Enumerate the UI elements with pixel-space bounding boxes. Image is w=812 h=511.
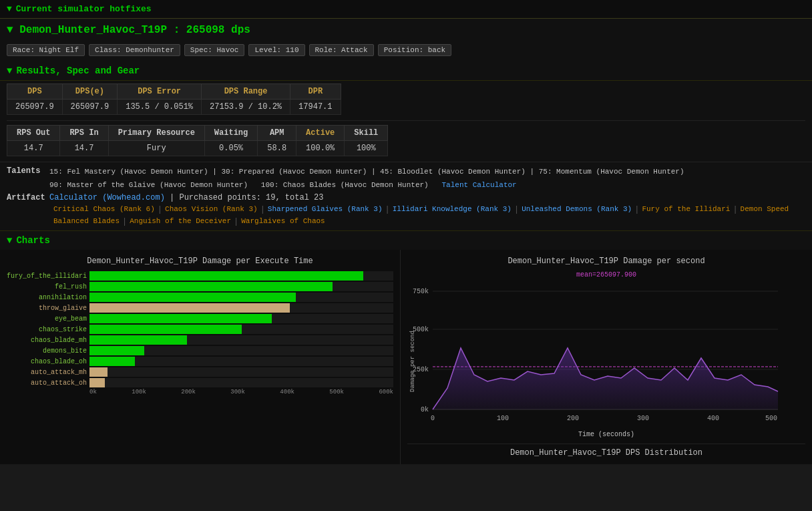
bar-container-felrush: [89, 282, 393, 291]
talents-label: Talents: [7, 166, 47, 178]
separator: [7, 120, 805, 121]
talents-spacer: [7, 180, 47, 191]
talents-text-2: 90: Master of the Glaive (Havoc Demon Hu…: [49, 180, 517, 191]
artifact-powers: Critical Chaos (Rank 6) | Chaos Vision (…: [53, 205, 805, 226]
x-label-300: 300: [637, 415, 649, 422]
badge-spec: Spec: Havoc: [184, 44, 245, 56]
x-label-0k: 0k: [89, 389, 97, 395]
bar-row-chaosblade-oh: chaos_blade_oh: [7, 357, 393, 366]
dist-chart-title: Demon_Hunter_Havoc_T19P DPS Distribution: [407, 444, 805, 458]
triangle-char-icon: ▼: [7, 24, 19, 36]
power-sharpened-glaives[interactable]: Sharpened Glaives (Rank 3): [268, 205, 383, 214]
bar-label-fury: fury_of_the_illidari: [7, 273, 87, 280]
rps-header-skill: Skill: [345, 126, 388, 141]
character-badges: Race: Night Elf Class: Demonhunter Spec:…: [0, 41, 812, 61]
bar-fill-throwglaive: [89, 303, 290, 313]
stats-header-dpsrange: DPS Range: [202, 84, 290, 100]
power-sep-8: |: [234, 217, 238, 226]
mean-label: mean=265097.900: [407, 271, 805, 279]
power-warglaives-chaos[interactable]: Warglaives of Chaos: [241, 217, 325, 226]
bar-label-chaosblade-oh: chaos_blade_oh: [7, 358, 87, 365]
bar-fill-chaosblade-oh: [89, 357, 135, 366]
x-label-100k: 100k: [132, 389, 146, 395]
bar-fill-felrush: [89, 282, 333, 291]
bar-chart-container: Demon_Hunter_Havoc_T19P Damage per Execu…: [0, 250, 401, 464]
results-header-text: Results, Spec and Gear: [16, 65, 140, 76]
character-title-text: Demon_Hunter_Havoc_T19P : 265098 dps: [19, 24, 250, 36]
hotfix-bar: ▼ Current simulator hotfixes: [0, 0, 812, 19]
bar-container-autoattack-oh: [89, 378, 393, 387]
rps-header-in: RPS In: [60, 126, 108, 141]
talents-row-2: 90: Master of the Glaive (Havoc Demon Hu…: [7, 180, 805, 191]
rps-out: 14.7: [7, 141, 60, 156]
bar-label-felrush: fel_rush: [7, 283, 87, 291]
bar-fill-eyebeam: [89, 314, 272, 323]
rps-table: RPS Out RPS In Primary Resource Waiting …: [7, 125, 388, 156]
badge-role: Role: Attack: [309, 44, 374, 56]
power-sep-2: |: [260, 205, 265, 214]
x-label-200k: 200k: [181, 389, 196, 395]
rps-header-apm: APM: [258, 126, 296, 141]
power-anguish-deceiver[interactable]: Anguish of the Deceiver: [130, 217, 231, 226]
bar-label-eyebeam: eye_beam: [7, 315, 87, 323]
power-balanced-blades[interactable]: Balanced Blades: [53, 217, 120, 226]
charts-grid: Demon_Hunter_Havoc_T19P Damage per Execu…: [0, 250, 812, 464]
bar-fill-autoattack-mh: [89, 367, 108, 377]
power-unleashed-demons[interactable]: Unleashed Demons (Rank 3): [522, 205, 632, 214]
power-chaos-vision[interactable]: Chaos Vision (Rank 3): [165, 205, 258, 214]
bar-chart-title: Demon_Hunter_Havoc_T19P Damage per Execu…: [7, 257, 393, 266]
results-triangle-icon: ▼: [7, 65, 12, 76]
bar-row-autoattack-mh: auto_attack_mh: [7, 367, 393, 377]
bar-row-felrush: fel_rush: [7, 282, 393, 291]
bar-label-autoattack-mh: auto_attack_mh: [7, 369, 87, 376]
rps-header-active: Active: [296, 126, 345, 141]
bar-fill-chaosstrike: [89, 325, 242, 334]
artifact-label: Artifact: [7, 193, 47, 202]
talent-calculator-link[interactable]: Talent Calculator: [442, 181, 517, 189]
x-label-400: 400: [707, 415, 719, 422]
hotfix-triangle-icon: ▼: [7, 4, 12, 14]
results-section-header: ▼ Results, Spec and Gear: [0, 61, 812, 81]
artifact-info: Calculator (Wowhead.com) | Purchased poi…: [49, 193, 323, 202]
bar-label-autoattack-oh: auto_attack_oh: [7, 379, 87, 387]
badge-race: Race: Night Elf: [7, 44, 85, 56]
bar-label-throwglaive: throw_glaive: [7, 305, 87, 312]
x-label-400k: 400k: [280, 389, 294, 395]
power-sep-7: |: [122, 217, 127, 226]
stats-table: DPS DPS(e) DPS Error DPS Range DPR 26509…: [7, 83, 341, 115]
bar-container-demonsbite: [89, 346, 393, 355]
bar-fill-fury: [89, 271, 363, 281]
bar-row-eyebeam: eye_beam: [7, 314, 393, 323]
charts-section-header: ▼ Charts: [0, 230, 812, 250]
bar-row-demonsbite: demons_bite: [7, 346, 393, 355]
bar-label-chaosblade-mh: chaos_blade_mh: [7, 337, 87, 344]
power-illidari-knowledge[interactable]: Illidari Knowledge (Rank 3): [393, 205, 512, 214]
bar-row-autoattack-oh: auto_attack_oh: [7, 378, 393, 387]
artifact-calculator-link[interactable]: Calculator (Wowhead.com): [49, 193, 165, 202]
rps-skill: 100%: [345, 141, 388, 156]
bar-container-chaosblade-oh: [89, 357, 393, 366]
artifact-row: Artifact Calculator (Wowhead.com) | Purc…: [7, 193, 805, 202]
rps-header-out: RPS Out: [7, 126, 60, 141]
x-label-200: 200: [567, 415, 579, 422]
power-critical-chaos[interactable]: Critical Chaos (Rank 6): [53, 205, 155, 214]
x-label-500: 500: [765, 415, 777, 422]
bar-label-chaosstrike: chaos_strike: [7, 326, 87, 333]
y-axis-title: Damage per second: [409, 331, 416, 392]
power-demon-speed[interactable]: Demon Speed: [741, 205, 789, 214]
talents-section: Talents 15: Fel Mastery (Havoc Demon Hun…: [0, 162, 812, 230]
hotfix-label: Current simulator hotfixes: [16, 4, 152, 14]
bar-fill-demonsbite: [89, 346, 144, 355]
bar-x-axis: 0k 100k 200k 300k 400k 500k 600k: [89, 389, 393, 395]
rps-waiting: 0.05%: [204, 141, 257, 156]
x-label-600k: 600k: [379, 389, 393, 395]
power-fury-illidari[interactable]: Fury of the Illidari: [642, 205, 730, 214]
line-chart-title: Demon_Hunter_Havoc_T19P Damage per secon…: [407, 257, 805, 266]
character-title: ▼ Demon_Hunter_Havoc_T19P : 265098 dps: [0, 19, 812, 41]
rps-header-waiting: Waiting: [204, 126, 257, 141]
talents-text-1: 15: Fel Mastery (Havoc Demon Hunter) | 3…: [49, 166, 684, 178]
bar-chart: fury_of_the_illidari fel_rush annihilati…: [7, 271, 393, 387]
stats-header-dps: DPS: [7, 84, 63, 100]
y-label-750k: 750k: [413, 288, 429, 295]
stats-dpserror: 135.5 / 0.051%: [118, 100, 202, 115]
